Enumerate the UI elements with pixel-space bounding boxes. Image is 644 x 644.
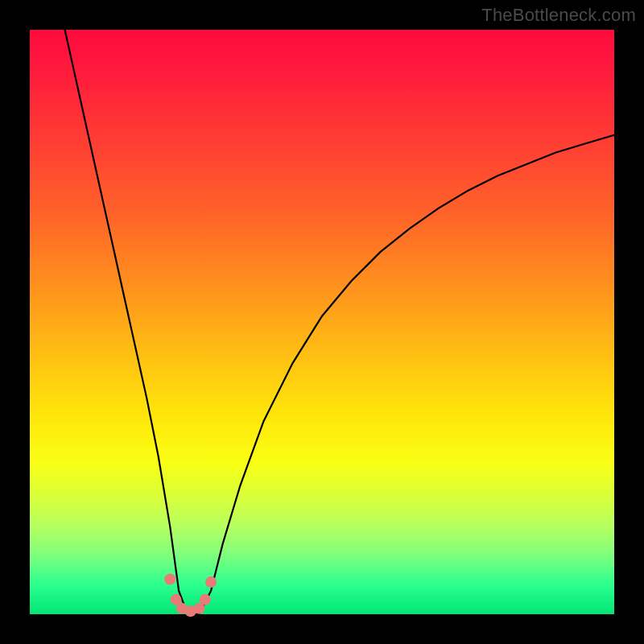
chart-frame: TheBottleneck.com bbox=[0, 0, 644, 644]
marker-dot bbox=[164, 573, 175, 584]
watermark-text: TheBottleneck.com bbox=[481, 5, 636, 26]
chart-svg bbox=[30, 30, 614, 614]
marker-dot bbox=[200, 594, 211, 605]
marker-dot bbox=[205, 576, 217, 588]
bottleneck-curve bbox=[65, 30, 614, 614]
plot-area bbox=[30, 30, 614, 614]
